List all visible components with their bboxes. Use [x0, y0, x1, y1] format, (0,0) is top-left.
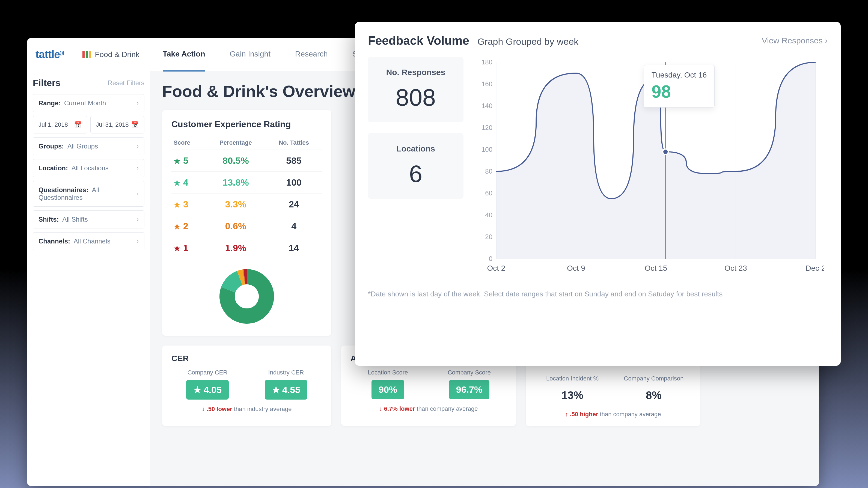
- chevron-right-icon: ›: [137, 100, 139, 107]
- chevron-right-icon: ›: [137, 238, 139, 245]
- filter-row[interactable]: Groups: All Groups›: [33, 137, 145, 155]
- svg-text:40: 40: [485, 211, 492, 219]
- cer-title: Customer Experience Rating: [172, 119, 322, 129]
- logo: tattle))): [35, 48, 64, 61]
- table-row: ★580.5%585: [172, 150, 322, 172]
- restaurant-icon: [82, 50, 92, 60]
- svg-text:100: 100: [482, 146, 492, 153]
- svg-rect-1: [86, 51, 88, 58]
- filter-row[interactable]: Shifts: All Shifts›: [33, 210, 145, 228]
- tab-gain-insight[interactable]: Gain Insight: [230, 38, 271, 71]
- svg-text:Oct 2: Oct 2: [487, 264, 505, 272]
- svg-text:60: 60: [485, 189, 492, 197]
- svg-text:Dec 2: Dec 2: [805, 264, 824, 272]
- responses-tile: No. Responses 808: [368, 57, 463, 122]
- svg-text:140: 140: [482, 102, 492, 110]
- filter-row[interactable]: Channels: All Channels›: [33, 232, 145, 250]
- star-icon: ★: [174, 179, 180, 187]
- fv-subtitle: Graph Grouped by week: [477, 36, 579, 47]
- feedback-volume-chart[interactable]: 020406080100120140160180Oct 2Oct 9Oct 15…: [474, 57, 828, 282]
- star-icon: ★: [174, 201, 180, 209]
- location-incident-value: 13%: [535, 386, 610, 405]
- fv-title: Feedback Volume: [368, 34, 469, 48]
- filter-range[interactable]: Range: Current Month ›: [33, 94, 145, 112]
- view-responses-link[interactable]: View Responses ›: [762, 36, 828, 45]
- company-comparison-value: 8%: [616, 386, 691, 405]
- calendar-icon: 📅: [131, 121, 139, 128]
- table-row: ★33.3%24: [172, 193, 322, 215]
- chevron-right-icon: ›: [137, 143, 139, 150]
- svg-text:Oct 9: Oct 9: [567, 264, 585, 272]
- cer-donut-chart: [172, 266, 322, 327]
- star-icon: ★: [174, 157, 180, 165]
- svg-text:20: 20: [485, 233, 492, 240]
- svg-text:120: 120: [482, 124, 492, 131]
- company-score-badge: 96.7%: [449, 380, 489, 399]
- table-row: ★11.9%14: [172, 237, 322, 259]
- filter-row[interactable]: Questionnaires: All Questionnaires›: [33, 181, 145, 207]
- star-icon: ★: [193, 384, 202, 395]
- reset-filters-link[interactable]: Reset Filters: [107, 79, 145, 87]
- filter-row[interactable]: Location: All Locations›: [33, 159, 145, 177]
- svg-text:80: 80: [485, 167, 492, 175]
- star-icon: ★: [272, 384, 280, 395]
- star-icon: ★: [174, 244, 180, 253]
- svg-text:Oct 23: Oct 23: [724, 264, 747, 272]
- table-row: ★20.6%4: [172, 215, 322, 237]
- svg-rect-2: [89, 51, 91, 58]
- fv-footnote: *Date shown is last day of the week. Sel…: [368, 290, 828, 298]
- brand-label: Food & Drink: [95, 50, 140, 59]
- location-score-badge: 90%: [371, 380, 404, 399]
- filters-title: Filters: [33, 78, 61, 88]
- cer-summary-card: CER Company CER ★4.05 Industry CER ★4.55…: [162, 345, 331, 426]
- chevron-right-icon: ›: [137, 216, 139, 223]
- svg-point-3: [235, 284, 259, 308]
- chevron-right-icon: ›: [137, 164, 139, 172]
- svg-rect-0: [83, 51, 85, 58]
- arrow-up-icon: ↑: [565, 411, 570, 418]
- chevron-right-icon: ›: [137, 190, 139, 197]
- svg-text:160: 160: [482, 80, 492, 88]
- cer-card: Customer Experience Rating Score Percent…: [162, 110, 331, 336]
- brand-chip[interactable]: Food & Drink: [75, 38, 146, 71]
- svg-text:0: 0: [489, 255, 492, 262]
- date-to-input[interactable]: Jul 31, 2018📅: [90, 116, 145, 133]
- svg-text:180: 180: [482, 58, 492, 66]
- industry-cer-badge: ★4.55: [265, 380, 307, 400]
- star-icon: ★: [174, 222, 180, 231]
- svg-point-25: [663, 149, 668, 154]
- arrow-down-icon: ↓: [379, 405, 384, 412]
- locations-tile: Locations 6: [368, 133, 463, 199]
- svg-text:Oct 15: Oct 15: [645, 264, 667, 272]
- cer-table: Score Percentage No. Tattles ★580.5%585★…: [172, 136, 322, 259]
- nav-tabs: Take Action Gain Insight Research Setup: [163, 38, 372, 71]
- calendar-icon: 📅: [74, 121, 81, 128]
- chart-tooltip: Tuesday, Oct 16 98: [644, 65, 715, 108]
- date-from-input[interactable]: Jul 1, 2018📅: [33, 116, 87, 133]
- tab-take-action[interactable]: Take Action: [163, 38, 205, 71]
- arrow-down-icon: ↓: [202, 405, 207, 413]
- tab-research[interactable]: Research: [295, 38, 328, 71]
- filters-sidebar: Filters Reset Filters Range: Current Mon…: [27, 71, 150, 486]
- table-row: ★413.8%100: [172, 172, 322, 193]
- feedback-volume-panel: Feedback Volume Graph Grouped by week Vi…: [355, 22, 841, 366]
- company-cer-badge: ★4.05: [186, 380, 229, 400]
